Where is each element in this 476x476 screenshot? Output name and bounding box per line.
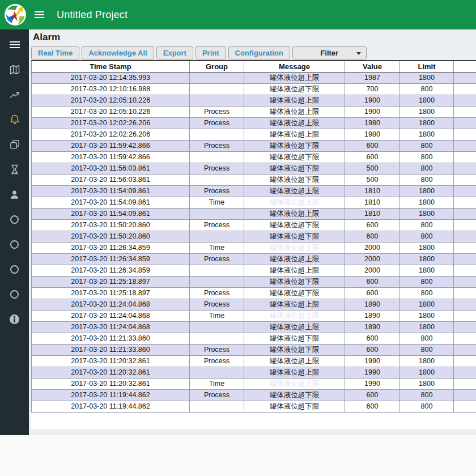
alarm-row[interactable]: 2017-03-20 11:25:18.897罐体液位超下限600800 — [32, 276, 476, 287]
acknowledge-all-button[interactable]: Acknowledge All — [82, 46, 154, 60]
extra-cell — [454, 333, 476, 344]
message-cell: 罐体液位超上限 — [244, 378, 345, 389]
alarm-row[interactable]: 2017-03-20 11:19:44.862Process罐体液位超下限600… — [32, 389, 476, 401]
extra-cell — [454, 401, 476, 412]
message-cell: 罐体液位超下限 — [244, 219, 345, 231]
timestamp-cell: 2017-03-20 11:50:20.860 — [32, 231, 190, 242]
alarm-row[interactable]: 2017-03-20 11:24:04.868罐体液位超上限18901800 — [32, 321, 476, 333]
message-cell: 罐体液位超下限 — [244, 151, 345, 163]
extra-cell — [454, 287, 476, 299]
alarm-row[interactable]: 2017-03-20 11:24:04.868Time罐体液位超上限189018… — [32, 310, 476, 321]
pages-icon[interactable] — [0, 137, 29, 152]
extra-cell — [454, 106, 476, 117]
message-cell: 罐体液位超下限 — [244, 276, 345, 287]
limit-cell: 800 — [400, 83, 454, 95]
timestamp-cell: 2017-03-20 11:54:09.861 — [32, 208, 190, 219]
map-icon[interactable] — [0, 62, 29, 77]
alarm-row[interactable]: 2017-03-20 11:20:32.861Time罐体液位超上限199018… — [32, 378, 476, 389]
limit-cell: 800 — [400, 231, 454, 242]
limit-cell: 1800 — [400, 299, 454, 310]
alarm-row[interactable]: 2017-03-20 11:54:09.861Time罐体液位超上限181018… — [32, 197, 476, 208]
value-cell: 1987 — [345, 72, 400, 83]
sidebar-menu-toggle-icon[interactable] — [0, 37, 29, 52]
limit-cell: 1800 — [400, 197, 454, 208]
alarm-row[interactable]: 2017-03-20 11:25:18.897Process罐体液位超下限600… — [32, 287, 476, 299]
trend-chart-icon[interactable] — [0, 87, 29, 102]
info-icon[interactable] — [0, 312, 29, 326]
value-cell: 600 — [345, 276, 400, 287]
circle-icon[interactable] — [0, 262, 29, 277]
value-cell: 1990 — [345, 378, 400, 389]
value-cell: 600 — [345, 333, 400, 344]
group-cell — [190, 231, 244, 242]
group-cell: Process — [190, 219, 244, 231]
filter-dropdown[interactable]: Filter — [292, 46, 367, 60]
message-cell: 罐体液位超下限 — [244, 344, 345, 355]
print-button[interactable]: Print — [196, 46, 226, 60]
alarm-row[interactable]: 2017-03-20 11:21:33.860罐体液位超下限600800 — [32, 333, 476, 344]
alarm-row[interactable]: 2017-03-20 11:59:42.866罐体液位超下限600800 — [32, 151, 476, 163]
timestamp-cell: 2017-03-20 11:25:18.897 — [32, 276, 190, 287]
alarm-row[interactable]: 2017-03-20 11:50:20.860罐体液位超下限600800 — [32, 231, 476, 242]
message-cell: 罐体液位超上限 — [244, 72, 345, 83]
alarm-row[interactable]: 2017-03-20 11:56:03.861Process罐体液位超下限500… — [32, 163, 476, 174]
message-cell: 罐体液位超下限 — [244, 163, 345, 174]
alarm-row[interactable]: 2017-03-20 11:20:32.861Process罐体液位超上限199… — [32, 355, 476, 367]
alarm-row[interactable]: 2017-03-20 11:50:20.860Process罐体液位超下限600… — [32, 219, 476, 231]
alarm-row[interactable]: 2017-03-20 12:10:16.988罐体液位超下限700800 — [32, 83, 476, 95]
user-icon[interactable] — [0, 187, 29, 202]
column-header: Limit — [400, 61, 454, 72]
timestamp-cell: 2017-03-20 11:24:04.868 — [32, 321, 190, 333]
group-cell: Process — [190, 106, 244, 117]
alarm-row[interactable]: 2017-03-20 11:24:04.868Process罐体液位超上限189… — [32, 299, 476, 310]
alarm-row[interactable]: 2017-03-20 11:26:34.859Time罐体液位超上限200018… — [32, 242, 476, 253]
value-cell: 600 — [345, 219, 400, 231]
alarm-row[interactable]: 2017-03-20 11:59:42.866Process罐体液位超下限600… — [32, 140, 476, 151]
timestamp-cell: 2017-03-20 11:26:34.859 — [32, 242, 190, 253]
alarm-row[interactable]: 2017-03-20 11:26:34.859Process罐体液位超上限200… — [32, 253, 476, 265]
extra-cell — [454, 140, 476, 151]
alarm-row[interactable]: 2017-03-20 11:21:33.860Process罐体液位超下限600… — [32, 344, 476, 355]
value-cell: 1810 — [345, 197, 400, 208]
limit-cell: 800 — [400, 287, 454, 299]
page-title: Alarm — [33, 32, 60, 43]
alarm-table-panel: Time StampGroupMessageValueLimit 2017-03… — [31, 60, 476, 429]
alarm-row[interactable]: 2017-03-20 11:54:09.861Process罐体液位超上限181… — [32, 185, 476, 197]
message-cell: 罐体液位超下限 — [244, 83, 345, 95]
limit-cell: 800 — [400, 174, 454, 185]
group-cell: Time — [190, 197, 244, 208]
group-cell — [190, 265, 244, 276]
alarm-row[interactable]: 2017-03-20 12:14:35.993罐体液位超上限19871800 — [32, 72, 476, 83]
extra-cell — [454, 219, 476, 231]
alarm-row[interactable]: 2017-03-20 12:02:26.206罐体液位超上限19801800 — [32, 129, 476, 140]
extra-cell — [454, 355, 476, 367]
hourglass-icon[interactable] — [0, 162, 29, 177]
configuration-button[interactable]: Configuration — [228, 46, 290, 60]
extra-cell — [454, 344, 476, 355]
alarm-row[interactable]: 2017-03-20 11:56:03.861罐体液位超下限500800 — [32, 174, 476, 185]
limit-cell: 1800 — [400, 355, 454, 367]
header-menu-toggle-icon[interactable] — [35, 11, 44, 19]
alarm-row[interactable]: 2017-03-20 12:05:10.226Process罐体液位超上限190… — [32, 106, 476, 117]
limit-cell: 1800 — [400, 95, 454, 106]
alarm-row[interactable]: 2017-03-20 11:20:32.861罐体液位超上限19901800 — [32, 367, 476, 378]
alarm-row[interactable]: 2017-03-20 11:54:09.861罐体液位超上限18101800 — [32, 208, 476, 219]
limit-cell: 1800 — [400, 185, 454, 197]
limit-cell: 800 — [400, 140, 454, 151]
circle-icon[interactable] — [0, 237, 29, 252]
limit-cell: 800 — [400, 219, 454, 231]
column-header: Message — [244, 61, 345, 72]
limit-cell: 800 — [400, 163, 454, 174]
circle-icon[interactable] — [0, 212, 29, 227]
group-cell: Process — [190, 117, 244, 129]
alarm-row[interactable]: 2017-03-20 11:19:44.862罐体液位超下限600800 — [32, 401, 476, 412]
circle-icon[interactable] — [0, 287, 29, 301]
alarm-row[interactable]: 2017-03-20 12:02:26.206Process罐体液位超上限198… — [32, 117, 476, 129]
app-header: Untitled Project — [0, 0, 476, 29]
group-cell: Process — [190, 185, 244, 197]
real-time-button[interactable]: Real Time — [31, 46, 79, 60]
alarm-row[interactable]: 2017-03-20 12:05:10.226罐体液位超上限19001800 — [32, 95, 476, 106]
export-button[interactable]: Export — [156, 46, 193, 60]
alarm-bell-icon[interactable] — [0, 112, 29, 127]
alarm-row[interactable]: 2017-03-20 11:26:34.859罐体液位超上限20001800 — [32, 265, 476, 276]
